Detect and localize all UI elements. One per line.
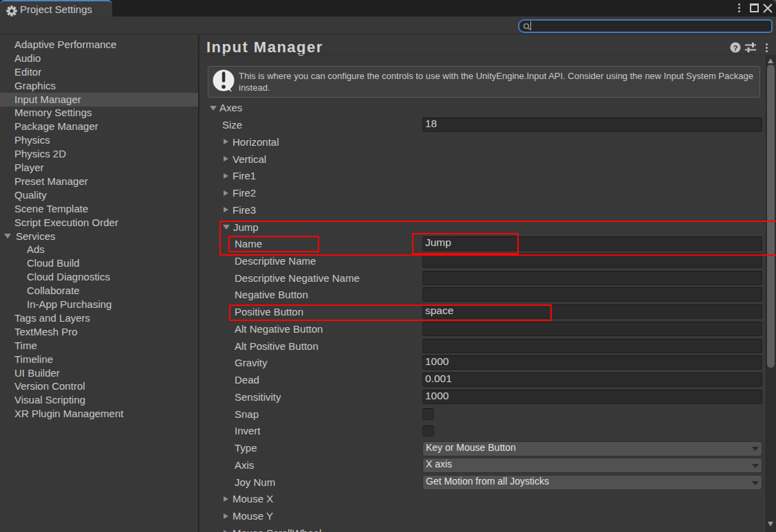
svg-text:?: ? <box>733 44 737 52</box>
